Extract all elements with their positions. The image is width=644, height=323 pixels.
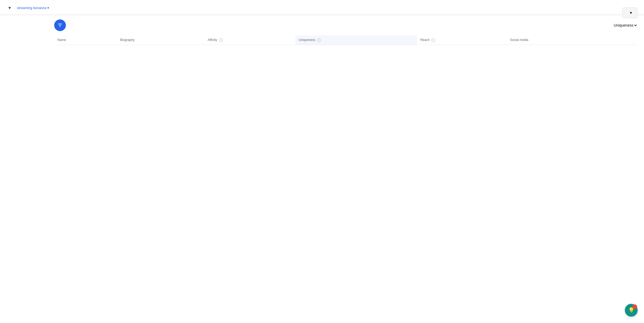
sort-bar: Uniqueness Affinity Reach: [611, 23, 638, 28]
audience-title: ▾ streaming bonanza ▾: [6, 5, 49, 10]
affinity-info-icon[interactable]: i: [219, 38, 223, 42]
col-expand: [611, 35, 638, 45]
sort-select[interactable]: Uniqueness Affinity Reach: [613, 23, 638, 28]
reach-info-icon[interactable]: i: [431, 38, 435, 42]
actions-button[interactable]: ▾: [622, 7, 638, 18]
col-reach: Reach i: [417, 35, 507, 45]
filter-bar: Uniqueness Affinity Reach: [54, 19, 638, 31]
title-chevron-icon[interactable]: ▾: [9, 5, 11, 10]
filter-icon-button[interactable]: [54, 19, 66, 31]
actions-chevron-icon: ▾: [630, 10, 632, 15]
table-header: Name Biography Affinity i Uniqueness i R…: [54, 35, 638, 45]
filter-icon: [57, 23, 63, 28]
col-affinity: Affinity i: [204, 35, 295, 45]
sidebar: [0, 15, 48, 49]
filter-left: [54, 19, 69, 31]
compared-to-link[interactable]: streaming bonanza ▾: [17, 6, 49, 10]
col-uniqueness: Uniqueness i: [295, 35, 417, 45]
uniqueness-info-icon[interactable]: i: [317, 38, 321, 42]
content-area: Uniqueness Affinity Reach Name Biography…: [0, 15, 644, 49]
main-content: Uniqueness Affinity Reach Name Biography…: [48, 15, 644, 49]
header: ▾ streaming bonanza ▾: [0, 0, 644, 10]
influencers-table: Name Biography Affinity i Uniqueness i R…: [54, 35, 638, 45]
compared-to-label: streaming bonanza ▾: [17, 6, 49, 10]
col-biography: Biography: [117, 35, 204, 45]
col-social-media: Social media: [507, 35, 611, 45]
col-name: Name: [54, 35, 117, 45]
